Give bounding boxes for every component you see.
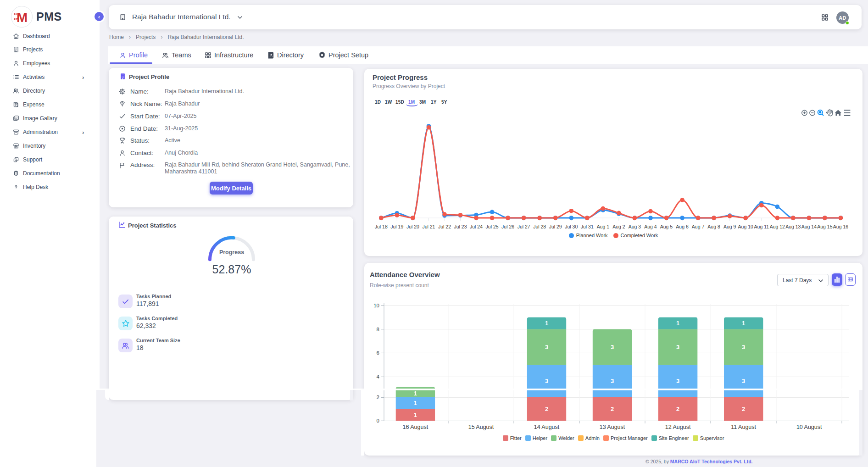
svg-text:12 August: 12 August [665, 424, 691, 430]
svg-text:16 August: 16 August [403, 424, 428, 430]
svg-text:Aug 2: Aug 2 [612, 224, 625, 229]
svg-text:1: 1 [545, 320, 548, 327]
svg-text:1: 1 [742, 320, 745, 327]
svg-text:8: 8 [377, 327, 379, 332]
svg-text:Jul 29: Jul 29 [549, 224, 562, 229]
svg-text:Aug 15: Aug 15 [817, 224, 832, 229]
svg-text:1: 1 [414, 411, 417, 418]
svg-text:Aug 3: Aug 3 [629, 224, 641, 229]
svg-text:M: M [17, 10, 28, 24]
svg-text:Jul 18: Jul 18 [375, 224, 388, 229]
svg-text:Jul 30: Jul 30 [565, 224, 578, 229]
svg-text:0: 0 [377, 418, 379, 423]
svg-text:Jul 26: Jul 26 [501, 224, 514, 229]
svg-text:10 August: 10 August [796, 424, 822, 430]
svg-text:2: 2 [676, 406, 679, 412]
svg-text:Aug 4: Aug 4 [644, 224, 657, 229]
svg-text:Jul 22: Jul 22 [438, 224, 451, 229]
svg-text:Jul 27: Jul 27 [517, 224, 530, 229]
svg-text:1: 1 [414, 390, 417, 397]
svg-text:Aug 1: Aug 1 [597, 224, 610, 229]
svg-text:Aug 13: Aug 13 [785, 224, 801, 229]
svg-text:3: 3 [742, 378, 745, 384]
svg-text:1: 1 [414, 400, 417, 406]
svg-text:Jul 24: Jul 24 [470, 224, 483, 229]
svg-text:3: 3 [611, 344, 614, 350]
svg-text:Jul 19: Jul 19 [390, 224, 403, 229]
svg-text:6: 6 [377, 350, 379, 356]
svg-text:4: 4 [377, 374, 380, 379]
svg-text:3: 3 [676, 378, 679, 384]
svg-text:13 August: 13 August [600, 424, 625, 430]
svg-text:Jul 31: Jul 31 [581, 224, 594, 229]
svg-text:3: 3 [611, 378, 614, 384]
svg-text:Aug 8: Aug 8 [707, 224, 720, 229]
svg-text:Aug 5: Aug 5 [660, 224, 673, 229]
svg-text:Aug 9: Aug 9 [723, 224, 736, 229]
svg-text:2: 2 [742, 406, 745, 412]
svg-text:2: 2 [611, 406, 614, 412]
svg-text:Aug 14: Aug 14 [801, 224, 817, 229]
svg-text:3: 3 [742, 344, 745, 350]
svg-text:Aug 10: Aug 10 [738, 224, 753, 229]
svg-text:11 August: 11 August [731, 424, 756, 430]
svg-text:15 August: 15 August [468, 424, 494, 430]
svg-text:3: 3 [676, 344, 679, 350]
svg-text:14 August: 14 August [534, 424, 560, 430]
svg-text:Jul 20: Jul 20 [406, 224, 419, 229]
svg-text:Jul 23: Jul 23 [454, 224, 467, 229]
svg-text:Aug 11: Aug 11 [754, 224, 769, 229]
svg-text:3: 3 [545, 344, 548, 350]
svg-text:Aug 16: Aug 16 [833, 224, 848, 229]
svg-text:1: 1 [676, 320, 679, 327]
svg-text:Aug 7: Aug 7 [692, 224, 705, 229]
svg-text:2: 2 [377, 395, 379, 400]
svg-text:Aug 6: Aug 6 [676, 224, 689, 229]
svg-text:Aug 12: Aug 12 [770, 224, 785, 229]
svg-text:Jul 25: Jul 25 [486, 224, 499, 229]
svg-text:Jul 21: Jul 21 [422, 224, 435, 229]
svg-text:3: 3 [545, 378, 548, 384]
svg-text:10: 10 [373, 303, 379, 308]
svg-text:2: 2 [545, 406, 548, 412]
svg-text:Jul 28: Jul 28 [533, 224, 546, 229]
